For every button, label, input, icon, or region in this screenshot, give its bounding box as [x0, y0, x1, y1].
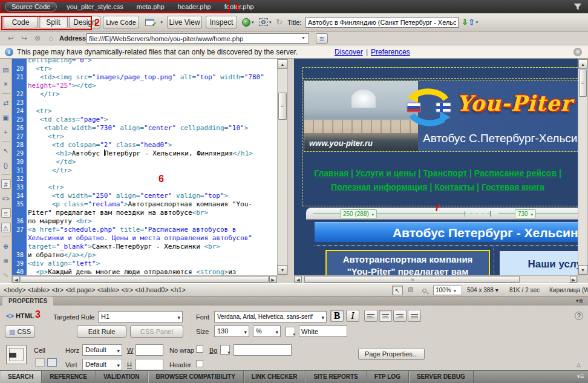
- live-code-button[interactable]: Live Code: [103, 16, 139, 28]
- design-hscroll-thumb[interactable]: ≡: [304, 276, 520, 283]
- select-tool-icon[interactable]: ↖: [392, 286, 403, 295]
- select-parent-tag-icon[interactable]: ↖: [1, 146, 11, 155]
- filter-related-files-icon[interactable]: [573, 2, 582, 11]
- scroll-down-icon[interactable]: ▼: [278, 265, 287, 275]
- design-nav-link[interactable]: Расписание рейсов: [474, 168, 557, 178]
- color-value-input[interactable]: [299, 326, 347, 337]
- dock-tab-reference[interactable]: REFERENCE: [42, 371, 96, 383]
- design-h1-heading[interactable]: Автобус Петербург - Хельсинки, Финляндия: [315, 222, 578, 242]
- properties-tab[interactable]: PROPERTIES: [2, 296, 53, 306]
- refresh-design-view-button[interactable]: ↻: [276, 16, 283, 28]
- bg-color-input[interactable]: [234, 344, 292, 356]
- align-center-button[interactable]: [379, 310, 392, 322]
- design-nav-link[interactable]: Гостевая книга: [482, 182, 544, 192]
- code-text[interactable]: и обратно</a></p>: [27, 251, 277, 260]
- design-view-pane[interactable]: www.you-piter.ru You-Piter Автобус С.Пет…: [294, 59, 578, 275]
- dock-tab-site-reports[interactable]: SITE REPORTS: [305, 371, 366, 383]
- close-info-bar-icon[interactable]: ×: [573, 48, 582, 56]
- font-select[interactable]: Verdana, Arial, Helvetica, sans-serif: [214, 311, 327, 322]
- help-icon[interactable]: ?: [575, 312, 583, 320]
- bg-color-swatch[interactable]: [220, 345, 230, 355]
- design-scroll-thumb[interactable]: ≡: [579, 70, 587, 97]
- code-text[interactable]: <p>Каждый день многие люди отправляются …: [27, 268, 277, 275]
- code-text[interactable]: <td class="page">: [27, 116, 277, 124]
- word-wrap-icon[interactable]: ≡: [1, 208, 11, 218]
- open-documents-icon[interactable]: ▤: [1, 65, 11, 74]
- code-text[interactable]: по маршруту <br>: [27, 217, 277, 226]
- html-mode-button[interactable]: <> HTML: [6, 312, 34, 319]
- site-banner[interactable]: www.you-piter.ru You-Piter Автобус С.Пет…: [304, 80, 578, 152]
- preferences-link[interactable]: Preferences: [371, 48, 410, 56]
- italic-button[interactable]: I: [346, 310, 359, 322]
- code-navigator-icon[interactable]: ☀: [1, 79, 11, 89]
- highlight-invalid-code-icon[interactable]: <>: [1, 194, 11, 203]
- design-horizontal-scrollbar[interactable]: ◀ ≡ ▶: [294, 275, 578, 283]
- scroll-right-icon[interactable]: ▶: [570, 276, 577, 283]
- scroll-down-icon[interactable]: ▼: [578, 265, 587, 275]
- collapse-panel-icon[interactable]: △: [577, 362, 581, 368]
- code-text[interactable]: cellspacing="0">: [27, 59, 277, 65]
- code-text[interactable]: <td width="250" align="center" valign="t…: [27, 192, 277, 200]
- collapse-selection-icon[interactable]: ▣: [1, 113, 11, 122]
- file-management-buttons[interactable]: ⇩⇧▾: [462, 16, 478, 28]
- design-vertical-scrollbar[interactable]: ▲ ≡ ▼: [578, 59, 588, 275]
- dock-tab-browser-compatibility[interactable]: BROWSER COMPATIBILITY: [148, 371, 244, 383]
- code-text[interactable]: <tr>: [27, 183, 277, 192]
- scroll-left-icon[interactable]: ◀: [13, 276, 20, 283]
- dock-tab-ftp-log[interactable]: FTP LOG: [367, 371, 409, 383]
- dock-tab-validation[interactable]: VALIDATION: [96, 371, 148, 383]
- window-size-indicator[interactable]: 504 x 388 ▾: [467, 287, 498, 293]
- table-width-bar[interactable]: 250 (288) ▾ 730 ▾: [306, 208, 578, 220]
- code-text[interactable]: <tr>: [27, 133, 277, 141]
- code-text[interactable]: <tr>: [27, 65, 277, 73]
- line-numbers-icon[interactable]: #: [1, 179, 11, 189]
- align-justify-button[interactable]: [408, 310, 421, 322]
- dock-tab-link-checker[interactable]: LINK CHECKER: [244, 371, 306, 383]
- code-text[interactable]: </tr>: [27, 90, 277, 99]
- code-text[interactable]: </td>: [27, 158, 277, 166]
- edit-rule-button[interactable]: Edit Rule: [77, 326, 126, 338]
- code-text[interactable]: <td><img src="images/page_top.png" alt="…: [27, 73, 277, 90]
- collapse-full-tag-icon[interactable]: ⇄: [1, 98, 11, 108]
- split-cell-icon[interactable]: [47, 358, 57, 367]
- hand-tool-icon[interactable]: [405, 286, 416, 295]
- horz-align-select[interactable]: Default: [82, 344, 122, 356]
- dock-tab-search[interactable]: SEARCH: [0, 371, 42, 383]
- magnification-select[interactable]: 100% ▾: [433, 286, 462, 295]
- back-icon[interactable]: ↩: [6, 33, 16, 43]
- page-properties-button[interactable]: Page Properties...: [358, 348, 425, 360]
- code-horizontal-scrollbar[interactable]: ◀ ▶: [12, 275, 277, 283]
- bold-button[interactable]: B: [330, 310, 344, 322]
- inspect-button[interactable]: Inspect: [206, 16, 237, 28]
- cell-height-input[interactable]: [136, 359, 163, 370]
- table-width-menu[interactable]: 730 ▾: [515, 209, 536, 218]
- zoom-tool-icon[interactable]: [419, 286, 430, 295]
- dock-tab-server-debug[interactable]: SERVER DEBUG: [409, 371, 474, 383]
- expand-all-icon[interactable]: +: [1, 127, 11, 137]
- text-color-swatch[interactable]: [286, 327, 295, 336]
- code-text[interactable]: <p class="reclama">Автотранспортная комп…: [27, 200, 277, 217]
- vert-align-select[interactable]: Default: [82, 359, 122, 370]
- balance-braces-icon[interactable]: {}: [1, 160, 11, 170]
- syntax-error-alerts-icon[interactable]: ⚠: [1, 223, 11, 232]
- code-text[interactable]: <a href="schedule.php" title="Расписание…: [27, 226, 277, 251]
- css-mode-button[interactable]: ▥ CSS: [5, 326, 35, 338]
- design-nav-link[interactable]: Транспорт: [423, 168, 467, 178]
- cell-width-input[interactable]: [136, 344, 163, 356]
- code-text[interactable]: [27, 99, 277, 107]
- tag-path[interactable]: <body> <table> <tr> <td.page> <table> <t…: [4, 286, 186, 293]
- code-view-pane[interactable]: cellspacing="0">20 <tr>21 <td><img src="…: [12, 59, 277, 275]
- code-text[interactable]: <tr>: [27, 107, 277, 116]
- design-right-cell[interactable]: Наши услуги: [500, 251, 578, 275]
- scroll-left-icon[interactable]: ◀: [295, 276, 302, 283]
- design-nav-link[interactable]: Главная: [314, 168, 348, 178]
- targeted-rule-select[interactable]: H1: [98, 311, 183, 322]
- code-text[interactable]: <div align="left">: [27, 260, 277, 268]
- design-left-cell[interactable]: Автотранспортная компания "You-Piter" пр…: [325, 250, 490, 275]
- preview-in-browser-button[interactable]: ▾: [242, 16, 254, 28]
- apply-comment-icon[interactable]: ⊕: [1, 241, 11, 251]
- live-view-button[interactable]: Live View: [167, 16, 202, 28]
- scroll-up-icon[interactable]: ▲: [278, 59, 287, 69]
- code-vertical-scrollbar[interactable]: ▲ ≡ ▼: [277, 59, 288, 275]
- column-width-menu[interactable]: 250 (288) ▾: [340, 209, 377, 218]
